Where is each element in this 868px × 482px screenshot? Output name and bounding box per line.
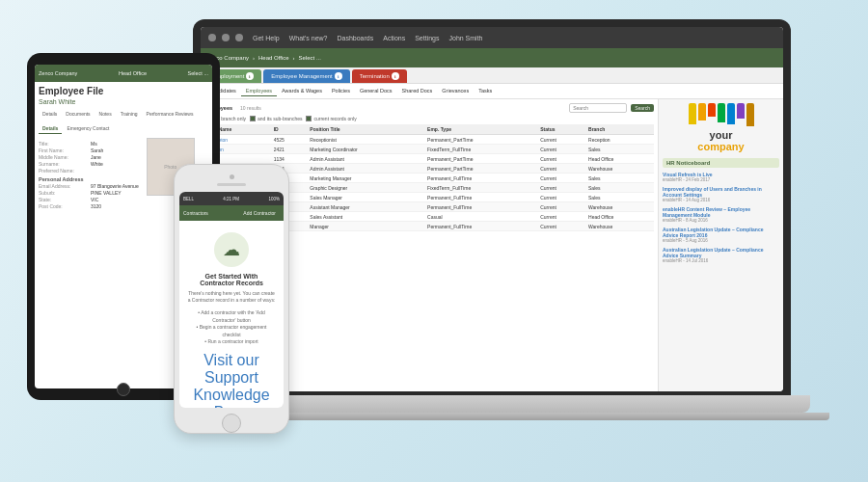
search-row: Employees 10 results Search	[204, 103, 654, 113]
table-cell: Sales	[585, 183, 654, 193]
table-cell: Current	[537, 222, 585, 231]
phone-battery: 100%	[268, 197, 280, 201]
table-cell: Admin Assistant	[307, 164, 424, 174]
strip-orange	[698, 103, 706, 120]
table-row[interactable]: Stapleton4525ReceptionistPermanent_PartT…	[204, 135, 654, 145]
breadcrumb-sep2: ›	[293, 55, 295, 61]
breadcrumb-select[interactable]: Select ...	[299, 55, 321, 61]
strip-green	[718, 103, 725, 122]
table-row[interactable]: Watson2421Marketing CoordinatorFixedTerm…	[204, 145, 654, 154]
phone-icon-container: ☁	[214, 232, 249, 267]
notice-item[interactable]: enableHR Content Review – Employee Manag…	[663, 206, 779, 223]
right-sidebar: your company HR Noticeboard Visual Refre…	[658, 99, 783, 391]
company-logo: your company	[663, 103, 779, 152]
phone-screen: BELL 4:21 PM 100% Contractors Add Contra…	[179, 192, 284, 408]
col-position: Position Title	[307, 124, 424, 135]
tablet-tab-bar: Details Documents Notes Training Perform…	[39, 109, 208, 120]
filter-row: this branch only and its sub-branches cu…	[204, 116, 654, 121]
field-suburb: Suburb: PINE VALLEY	[39, 190, 139, 196]
field-middlename: Middle Name: Jane	[39, 154, 139, 160]
sub-tab-generaldocs[interactable]: General Docs	[355, 86, 397, 96]
breadcrumb-branch[interactable]: Head Office	[258, 55, 289, 61]
sub-tab-grievances[interactable]: Grievances	[437, 86, 474, 96]
filter-sub-branches[interactable]: and its sub-branches	[250, 116, 302, 121]
notice-date: enableHR - 8 Aug 2016	[663, 218, 779, 223]
table-cell: Assistant Manager	[307, 202, 424, 212]
table-cell: Current	[537, 183, 585, 193]
field-postcode: Post Code: 3120	[39, 203, 139, 209]
topbar-dashboards[interactable]: Dashboards	[337, 35, 373, 41]
phone-list-item-1: • Add a contractor with the 'Add Contrac…	[187, 309, 276, 324]
tab-termination[interactable]: Termination ℹ	[352, 69, 407, 83]
topbar-whatsnew[interactable]: What's new?	[289, 35, 328, 41]
sub-tab-tasks[interactable]: Tasks	[474, 86, 497, 96]
tablet-sub-tab-details[interactable]: Details	[39, 123, 62, 134]
tablet-tab-notes[interactable]: Notes	[95, 109, 116, 120]
table-cell: Permanent_FullTime	[424, 222, 537, 231]
phone-support-link[interactable]: Visit our Support Knowledge Base	[187, 352, 276, 409]
topbar-actions[interactable]: Actions	[383, 35, 405, 41]
sub-tab-awards[interactable]: Awards & Wages	[277, 86, 327, 96]
table-cell: Current	[537, 164, 585, 174]
field-title: Title: Ms	[39, 141, 139, 147]
strip-blue	[727, 103, 735, 124]
tablet-tab-training[interactable]: Training	[117, 109, 142, 120]
filter-current-records[interactable]: current records only	[306, 116, 356, 121]
topbar-settings[interactable]: Settings	[415, 35, 439, 41]
add-contractor-button[interactable]: Add Contractor	[239, 209, 280, 217]
table-cell: Permanent_PartTime	[424, 135, 537, 145]
table-cell: Current	[537, 212, 585, 222]
notice-date: enableHR - 24 Feb 2017	[663, 177, 779, 182]
field-firstname: First Name: Sarah	[39, 147, 139, 153]
table-cell: Current	[537, 202, 585, 212]
notice-title: enableHR Content Review – Employee Manag…	[663, 206, 779, 218]
tablet-select[interactable]: Select ...	[188, 70, 208, 76]
phone-nav-title: Contractors	[183, 210, 208, 216]
strip-brown	[746, 103, 754, 126]
tab-employee-management[interactable]: Employee Management ℹ	[263, 69, 349, 83]
notice-item[interactable]: Australian Legislation Update – Complian…	[663, 247, 779, 263]
tablet-tab-details[interactable]: Details	[39, 109, 61, 120]
tablet-home-button[interactable]	[117, 383, 130, 396]
search-input[interactable]	[569, 103, 627, 113]
breadcrumb: Zenco Company › Head Office › Select ...	[206, 55, 321, 61]
notice-item[interactable]: Australian Legislation Update – Complian…	[663, 227, 779, 243]
checkbox-sub-branches[interactable]	[250, 116, 256, 121]
table-cell: Warehouse	[585, 222, 654, 231]
phone-list-item-2: • Begin a contractor engagement checklis…	[187, 324, 276, 338]
phone-heading: Get Started With Contractor Records	[187, 273, 276, 286]
sub-tab-employees[interactable]: Employees	[241, 86, 277, 96]
table-cell: Sales Manager	[307, 193, 424, 202]
tablet-employee-name: Sarah White	[39, 98, 208, 105]
tablet-sub-tab-emergency[interactable]: Emergency Contact	[63, 123, 113, 134]
table-cell: Current	[537, 174, 585, 183]
tablet-company: Zenco Company	[39, 70, 77, 76]
sub-tab-shareddocs[interactable]: Shared Docs	[397, 86, 438, 96]
tablet-tab-docs[interactable]: Documents	[62, 109, 94, 120]
topbar-user[interactable]: John Smith	[449, 35, 483, 41]
table-cell: Warehouse	[585, 202, 654, 212]
checkbox-current-records[interactable]	[306, 116, 312, 121]
phone-topbar: BELL 4:21 PM 100%	[179, 192, 284, 205]
table-cell: Current	[537, 154, 585, 164]
laptop-navbar: Zenco Company › Head Office › Select ...	[201, 48, 783, 67]
notice-title: Australian Legislation Update – Complian…	[663, 227, 779, 238]
notice-item[interactable]: Improved display of Users and Branches i…	[663, 186, 779, 202]
phone-camera	[230, 174, 234, 179]
sub-tab-policies[interactable]: Policies	[327, 86, 355, 96]
results-count: 10 results	[240, 105, 261, 111]
phone-home-button[interactable]	[222, 414, 241, 433]
table-row[interactable]: Jones1134Admin AssistantPermanent_PartTi…	[204, 154, 654, 164]
table-cell: Marketing Coordinator	[307, 145, 424, 154]
topbar-gethelp[interactable]: Get Help	[253, 35, 280, 41]
field-state: State: VIC	[39, 197, 139, 202]
noticeboard-title: HR Noticeboard	[663, 158, 779, 168]
table-cell: Permanent_PartTime	[424, 154, 537, 164]
table-cell: Permanent_PartTime	[424, 164, 537, 174]
search-button[interactable]: Search	[631, 104, 654, 112]
notice-item[interactable]: Visual Refresh is Live enableHR - 24 Feb…	[663, 172, 779, 182]
phone-list: • Add a contractor with the 'Add Contrac…	[187, 309, 276, 346]
breadcrumb-sep: ›	[253, 55, 255, 61]
tablet-tab-perf[interactable]: Performance Reviews	[143, 109, 198, 120]
tablet-form-fields: Title: Ms First Name: Sarah Middle Name:…	[39, 138, 139, 210]
